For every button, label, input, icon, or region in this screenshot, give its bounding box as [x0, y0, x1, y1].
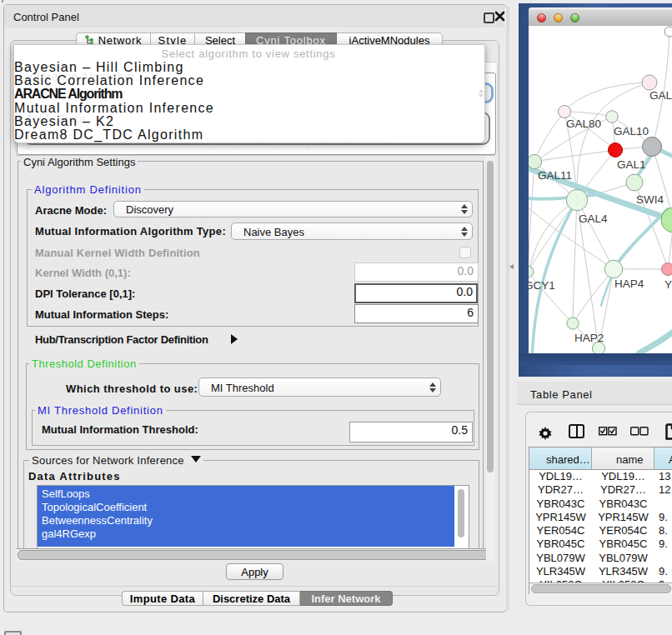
svg-text:Y: Y [664, 278, 672, 291]
svg-text:SWI4: SWI4 [636, 193, 664, 206]
svg-text:GAL: GAL [649, 89, 672, 102]
svg-text:GAL80: GAL80 [566, 118, 601, 130]
svg-text:GCY1: GCY1 [529, 279, 555, 292]
svg-text:GAL4: GAL4 [579, 212, 608, 225]
svg-text:GAL1: GAL1 [617, 158, 646, 171]
svg-text:HAP4: HAP4 [614, 278, 644, 290]
svg-text:GAL11: GAL11 [538, 169, 572, 182]
svg-text:HAP2: HAP2 [574, 332, 604, 344]
svg-text:GAL10: GAL10 [614, 125, 649, 138]
